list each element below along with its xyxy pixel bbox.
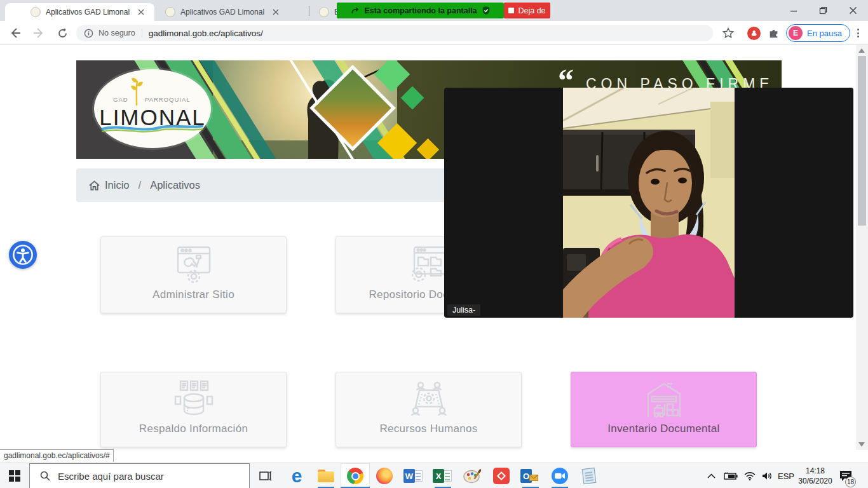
adblock-extension-button[interactable] [746, 25, 761, 41]
bookmark-star-button[interactable] [721, 25, 736, 41]
start-button[interactable] [0, 463, 29, 488]
card-recursos-humanos[interactable]: Recursos Humanos [336, 372, 522, 447]
tab-title: Aplicativos GAD Limonal [46, 8, 130, 17]
browser-menu-button[interactable] [850, 25, 865, 41]
rice-stalk-icon [128, 77, 145, 106]
logo-name: LIMONAL [94, 105, 211, 130]
taskbar-app-zoom[interactable] [545, 463, 574, 488]
chrome-icon [347, 468, 363, 484]
scrollbar-thumb[interactable] [858, 56, 866, 226]
window-folders-gear-icon [408, 245, 450, 285]
screen-recorder-icon [493, 468, 510, 484]
taskbar-app-notepad[interactable] [574, 463, 604, 488]
tray-chevron-button[interactable] [703, 463, 719, 488]
search-input[interactable] [58, 471, 223, 482]
restore-icon [819, 6, 827, 15]
forward-arrow-icon [33, 27, 44, 39]
window-restore-button[interactable] [808, 0, 838, 21]
share-arrow-icon [350, 6, 360, 15]
tray-volume-button[interactable] [759, 463, 776, 488]
accessibility-person-icon [12, 244, 34, 266]
reload-icon [57, 28, 68, 39]
browser-toolbar: No seguro gadlimonal.gob.ec/aplicativos/… [0, 21, 868, 45]
stop-square-icon [508, 8, 514, 13]
back-button[interactable] [8, 25, 23, 41]
link-status-tooltip: gadlimonal.gob.ec/aplicativos/# [0, 449, 114, 462]
logo-line2: PARROQUIAL [145, 96, 191, 103]
star-icon [722, 27, 734, 39]
chevron-up-icon [707, 473, 715, 478]
accessibility-widget-button[interactable] [9, 241, 37, 269]
tab-title: Aplicativos GAD Limonal [180, 8, 264, 17]
tray-language-button[interactable]: ESP [776, 463, 796, 488]
taskbar-search[interactable] [29, 463, 250, 488]
tab-close-icon[interactable] [271, 7, 281, 17]
tab-close-icon[interactable] [136, 7, 146, 17]
kebab-menu-icon [857, 27, 859, 39]
breadcrumb-separator: / [139, 179, 142, 191]
desktop: Aplicativos GAD Limonal Aplicativos GAD … [0, 0, 868, 488]
scroll-up-arrow[interactable] [858, 48, 865, 53]
avatar: E [789, 26, 803, 40]
zoom-video-window[interactable]: Julisa- [444, 88, 853, 318]
tab-divider [309, 6, 309, 16]
tray-wifi-button[interactable] [741, 463, 759, 488]
notification-count-badge: 18 [845, 477, 856, 487]
warehouse-forklift-icon [642, 380, 686, 419]
people-table-gear-icon [408, 380, 450, 419]
home-icon [89, 180, 100, 191]
taskbar-app-word[interactable]: W [399, 463, 428, 488]
scroll-down-arrow[interactable] [858, 442, 865, 447]
tab-aplicativos-2[interactable]: Aplicativos GAD Limonal [158, 3, 307, 21]
extensions-button[interactable] [766, 25, 782, 41]
omnibox-divider [142, 29, 142, 37]
stop-sharing-button[interactable]: Deja de [504, 3, 550, 18]
adblock-hand-icon [747, 27, 761, 40]
window-tools-icon [173, 245, 215, 285]
taskbar-app-firefox[interactable] [370, 463, 399, 488]
card-inventario-documental[interactable]: Inventario Documental [571, 372, 757, 447]
window-minimize-button[interactable] [778, 0, 808, 21]
page-scrollbar [856, 45, 868, 450]
breadcrumb-home[interactable]: Inicio [105, 179, 130, 191]
search-icon [40, 471, 50, 481]
file-explorer-icon [318, 470, 334, 482]
taskbar-app-paint[interactable] [458, 463, 487, 488]
profile-button[interactable]: E En pausa [786, 24, 850, 42]
participant-video [563, 88, 735, 318]
stop-sharing-label: Deja de [518, 6, 545, 15]
taskbar-app-edge[interactable]: e [282, 463, 311, 488]
taskbar-app-file-explorer[interactable] [311, 463, 341, 488]
word-icon: W [403, 468, 424, 484]
tray-clock-button[interactable]: 14:18 30/6/2020 [796, 466, 835, 486]
taskbar-app-excel[interactable]: X [428, 463, 458, 488]
taskbar-app-chrome[interactable] [341, 463, 370, 488]
back-arrow-icon [10, 27, 21, 39]
address-bar[interactable]: No seguro gadlimonal.gob.ec/aplicativos/ [76, 25, 713, 41]
taskbar-app-screen-recorder[interactable] [487, 463, 516, 488]
forward-button[interactable] [31, 25, 46, 41]
edge-icon: e [292, 468, 302, 484]
task-view-button[interactable] [252, 463, 280, 488]
info-icon [84, 29, 93, 38]
site-favicon [31, 7, 41, 17]
site-favicon [319, 7, 329, 17]
card-label: Administrar Sitio [153, 288, 234, 301]
database-docs-icon [172, 380, 216, 419]
tray-battery-button[interactable] [722, 463, 740, 488]
browser-titlebar: Aplicativos GAD Limonal Aplicativos GAD … [0, 0, 868, 21]
card-label: Recursos Humanos [379, 423, 477, 435]
participant-name-label: Julisa- [447, 304, 480, 316]
reload-button[interactable] [55, 25, 70, 41]
taskbar-app-outlook[interactable]: O [516, 463, 545, 488]
tray-date: 30/6/2020 [796, 476, 835, 486]
profile-status: En pausa [807, 29, 842, 38]
wifi-icon [744, 471, 756, 480]
tab-aplicativos-1[interactable]: Aplicativos GAD Limonal [5, 3, 154, 21]
excel-icon: X [433, 468, 453, 484]
firefox-icon [376, 468, 393, 484]
window-close-button[interactable] [838, 0, 868, 21]
card-respaldo-informacion[interactable]: Respaldo Información [100, 372, 287, 447]
card-administrar-sitio[interactable]: Administrar Sitio [100, 236, 287, 313]
logo-line1: GAD [113, 96, 128, 103]
